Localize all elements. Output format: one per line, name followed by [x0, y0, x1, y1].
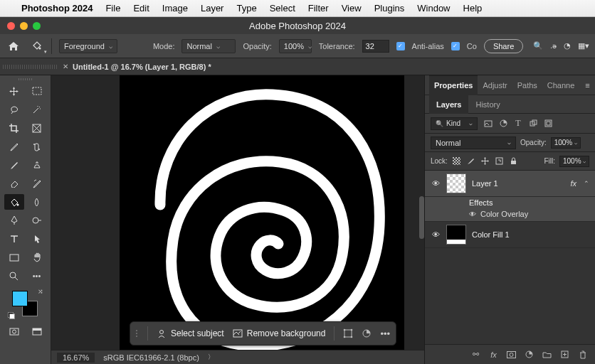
swap-colors-icon[interactable]: ⤭	[38, 288, 43, 295]
layer-fill-field[interactable]: 100%⌵	[559, 156, 589, 167]
filter-pixel-layers-icon[interactable]	[483, 119, 493, 129]
menu-select[interactable]: Select	[270, 3, 295, 14]
default-colors-icon[interactable]	[8, 312, 15, 319]
menu-help[interactable]: Help	[463, 3, 483, 14]
filter-type-layers-icon[interactable]: T	[513, 119, 523, 129]
layer-blend-mode-dropdown[interactable]: Normal⌵	[431, 136, 516, 149]
delete-layer-icon[interactable]	[577, 349, 588, 360]
magic-wand-tool[interactable]	[27, 102, 47, 117]
app-name[interactable]: Photoshop 2024	[21, 3, 93, 14]
layer-filter-kind-dropdown[interactable]: Kind⌵	[431, 117, 478, 130]
eraser-tool[interactable]	[4, 176, 24, 191]
zoom-level[interactable]: 16.67%	[57, 353, 95, 363]
adjustment-layer-icon[interactable]	[524, 349, 535, 360]
tab-channels[interactable]: Channe	[542, 75, 580, 95]
blur-tool[interactable]	[27, 194, 47, 210]
menu-layer[interactable]: Layer	[201, 3, 224, 14]
document-tab[interactable]: ✕ Untitled-1 @ 16.7% (Layer 1, RGB/8) *	[63, 63, 211, 71]
contextual-task-bar[interactable]: Select subject Remove background •••	[130, 321, 396, 346]
tab-history[interactable]: History	[468, 95, 507, 114]
layer-row[interactable]: 👁 Layer 1 fx ⌃	[425, 171, 595, 197]
menu-edit[interactable]: Edit	[133, 3, 149, 14]
antialias-checkbox[interactable]: ✓	[396, 42, 405, 50]
foreground-color-swatch[interactable]	[12, 291, 28, 306]
new-layer-icon[interactable]	[559, 349, 570, 360]
zoom-window-button[interactable]	[33, 22, 41, 30]
adjustments-preset-icon[interactable]	[362, 328, 372, 338]
dodge-tool[interactable]	[27, 213, 47, 228]
layer-opacity-field[interactable]: 100%⌵	[551, 137, 581, 149]
layer-style-icon[interactable]: fx	[488, 349, 499, 360]
menu-window[interactable]: Window	[417, 3, 450, 14]
contiguous-checkbox[interactable]: ✓	[451, 42, 460, 50]
toolbar-grip-icon[interactable]	[19, 78, 33, 80]
transform-icon[interactable]	[343, 328, 353, 338]
crop-tool[interactable]	[4, 120, 24, 136]
frame-tool[interactable]	[27, 120, 47, 136]
layer-thumbnail[interactable]	[446, 173, 466, 193]
type-tool[interactable]	[4, 231, 24, 247]
filter-smartobject-layers-icon[interactable]	[543, 119, 553, 129]
brush-tool[interactable]	[4, 157, 24, 173]
filter-shape-layers-icon[interactable]	[528, 119, 538, 129]
healing-brush-tool[interactable]	[27, 139, 47, 154]
remove-background-button[interactable]: Remove background	[233, 328, 326, 338]
move-tool[interactable]	[4, 83, 24, 99]
current-tool-indicator-icon[interactable]	[28, 38, 44, 54]
menu-view[interactable]: View	[342, 3, 362, 14]
layer-mask-icon[interactable]	[506, 349, 517, 360]
menu-type[interactable]: Type	[236, 3, 256, 14]
toolbar-grip-icon[interactable]	[3, 65, 57, 69]
path-selection-tool[interactable]	[27, 231, 47, 247]
cloud-docs-icon[interactable]: ◔	[564, 41, 571, 50]
layer-thumbnail[interactable]	[446, 225, 466, 245]
visibility-toggle-icon[interactable]: 👁	[431, 179, 441, 188]
layer-row[interactable]: 👁 Color Fill 1	[425, 222, 595, 248]
effect-visibility-icon[interactable]: 👁	[469, 210, 476, 218]
lock-all-icon[interactable]	[509, 156, 519, 166]
artboard[interactable]	[120, 75, 404, 350]
close-tab-icon[interactable]: ✕	[63, 63, 68, 70]
effect-item[interactable]: 👁 Color Overlay	[469, 210, 589, 218]
more-options-icon[interactable]: •••	[380, 328, 390, 339]
group-layers-icon[interactable]	[542, 349, 552, 360]
menu-file[interactable]: File	[105, 3, 120, 14]
tab-properties[interactable]: Properties	[429, 75, 478, 95]
lock-transparency-icon[interactable]	[452, 156, 462, 166]
screen-mode-icon[interactable]	[27, 323, 47, 339]
panel-menu-icon[interactable]: ≡	[579, 81, 595, 90]
tab-adjustments[interactable]: Adjustr	[478, 75, 512, 95]
lock-position-icon[interactable]	[480, 156, 490, 166]
pen-tool[interactable]	[4, 213, 24, 228]
filter-adjustment-layers-icon[interactable]	[498, 119, 508, 129]
edit-toolbar-icon[interactable]: •••	[27, 268, 47, 284]
lock-pixels-icon[interactable]	[466, 156, 476, 166]
lock-artboard-nesting-icon[interactable]	[495, 156, 505, 166]
hand-tool[interactable]	[27, 250, 47, 265]
history-brush-tool[interactable]	[27, 176, 47, 191]
layer-effects-badge[interactable]: fx	[570, 179, 576, 188]
collapse-effects-icon[interactable]: ⌃	[584, 180, 589, 187]
document-viewport[interactable]: Select subject Remove background •••	[51, 75, 424, 350]
minimize-window-button[interactable]	[20, 22, 28, 30]
menu-filter[interactable]: Filter	[308, 3, 329, 14]
paint-bucket-tool[interactable]	[4, 194, 24, 210]
layer-name[interactable]: Layer 1	[472, 179, 564, 188]
clone-stamp-tool[interactable]	[27, 157, 47, 173]
status-chevron-icon[interactable]: 〉	[208, 353, 214, 362]
layer-name[interactable]: Color Fill 1	[472, 230, 589, 239]
rectangular-marquee-tool[interactable]	[27, 83, 47, 99]
opacity-field[interactable]: 100%	[279, 39, 312, 53]
share-button[interactable]: Share	[484, 39, 523, 53]
tab-layers[interactable]: Layers	[429, 95, 468, 114]
zoom-tool[interactable]	[4, 268, 24, 284]
blend-mode-dropdown[interactable]: Normal	[181, 39, 236, 53]
rectangle-tool[interactable]	[4, 250, 24, 265]
contextbar-grip-icon[interactable]	[136, 330, 137, 337]
fill-source-dropdown[interactable]: Foreground	[59, 39, 117, 53]
home-button[interactable]	[6, 38, 21, 54]
vertical-scrollbar[interactable]	[419, 196, 424, 239]
workspace-switcher-icon[interactable]: ▦▾	[578, 41, 589, 50]
lasso-tool[interactable]	[4, 102, 24, 117]
visibility-toggle-icon[interactable]: 👁	[431, 230, 441, 239]
